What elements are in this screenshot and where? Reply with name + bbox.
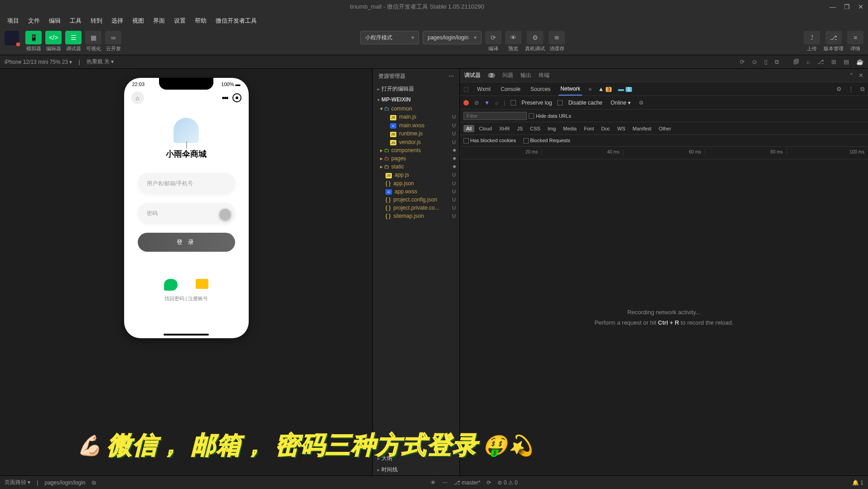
menu-edit[interactable]: 编辑 xyxy=(45,15,64,27)
folder-components[interactable]: ▸ 🗀 components xyxy=(376,146,459,154)
record-button[interactable] xyxy=(463,100,469,105)
wechat-login-icon[interactable] xyxy=(164,279,178,291)
eye-icon[interactable]: 👁 xyxy=(430,479,436,486)
menu-tools[interactable]: 工具 xyxy=(66,15,85,27)
explorer-more-icon[interactable]: ⋯ xyxy=(448,73,454,79)
file-app.js[interactable]: JSapp.jsU xyxy=(376,171,459,179)
folder-pages[interactable]: ▸ 🗀 pages xyxy=(376,154,459,163)
menu-select[interactable]: 选择 xyxy=(108,15,127,27)
file-sitemap.json[interactable]: { }sitemap.jsonU xyxy=(376,212,459,220)
ftype-other[interactable]: Other xyxy=(656,125,674,132)
subtab-console[interactable]: Console xyxy=(499,83,522,95)
file-project.config.json[interactable]: { }project.config.jsonU xyxy=(376,196,459,204)
bell-icon[interactable]: 🔔 1 xyxy=(852,479,863,486)
file-main.wxss[interactable]: ≡main.wxssU xyxy=(376,121,459,130)
blocked-cookies-checkbox[interactable] xyxy=(463,138,469,144)
subtab-wxml[interactable]: Wxml xyxy=(475,83,492,95)
subtab-sources[interactable]: Sources xyxy=(529,83,552,95)
dt-chevron-icon[interactable]: ⌃ xyxy=(849,72,854,79)
throttle-dropdown[interactable]: Online ▾ xyxy=(608,99,633,107)
debugger-button[interactable]: ☰ xyxy=(65,31,82,44)
file-app.json[interactable]: { }app.jsonU xyxy=(376,179,459,187)
sync-icon[interactable]: ⟳ xyxy=(487,479,491,486)
menu-ui[interactable]: 界面 xyxy=(149,15,169,27)
disable-cache-checkbox[interactable] xyxy=(557,100,563,105)
blocked-req-checkbox[interactable] xyxy=(523,138,529,144)
timeline-section[interactable]: 时间线 xyxy=(373,464,459,475)
page-dropdown[interactable]: pages/login/login xyxy=(423,31,482,44)
branch-icon[interactable]: ⎇ xyxy=(817,58,824,65)
dt-tab-terminal[interactable]: 终端 xyxy=(539,69,550,82)
kebab-icon[interactable]: ⋮ xyxy=(848,86,854,92)
reload-icon[interactable]: ⟳ xyxy=(740,58,745,65)
net-gear-icon[interactable]: ⚙ xyxy=(639,100,644,106)
ftype-xhr[interactable]: XHR xyxy=(497,125,512,132)
more-tabs-icon[interactable]: » xyxy=(588,86,592,92)
login-links[interactable]: 找回密码 | 注册账号 xyxy=(138,295,235,302)
preview-button[interactable]: 👁 xyxy=(505,31,521,44)
ftype-font[interactable]: Font xyxy=(581,125,597,132)
ext-icon[interactable]: ⊞ xyxy=(831,58,836,65)
ftype-ws[interactable]: WS xyxy=(615,125,628,132)
menu-settings[interactable]: 设置 xyxy=(170,15,189,27)
files-icon[interactable]: 🗐 xyxy=(793,58,799,65)
stop-icon[interactable]: ⊘ xyxy=(474,100,479,106)
dt-close-icon[interactable]: ✕ xyxy=(858,72,863,79)
more-icon[interactable]: ⋯ xyxy=(442,479,448,486)
ftype-all[interactable]: All xyxy=(463,125,474,132)
file-vendor.js[interactable]: JSvendor.jsU xyxy=(376,138,459,147)
preserve-log-checkbox[interactable] xyxy=(511,100,516,105)
record-icon[interactable]: ⊙ xyxy=(752,58,757,65)
simulator-button[interactable]: 📱 xyxy=(25,31,42,44)
open-editors-section[interactable]: 打开的编辑器 xyxy=(373,83,459,95)
hide-urls-checkbox[interactable] xyxy=(529,113,534,119)
ftype-media[interactable]: Media xyxy=(560,125,579,132)
menu-view[interactable]: 视图 xyxy=(129,15,148,27)
clearcache-button[interactable]: ≋ xyxy=(549,31,565,44)
menu-file[interactable]: 文件 xyxy=(24,15,43,27)
folder-static[interactable]: ▸ 🗀 static xyxy=(376,163,459,171)
ftype-manifest[interactable]: Manifest xyxy=(630,125,654,132)
beaker-icon[interactable]: ☕ xyxy=(856,58,863,65)
editor-button[interactable]: </> xyxy=(45,31,62,44)
device-icon[interactable]: ▯ xyxy=(764,58,767,65)
screenshot-icon[interactable]: ⧉ xyxy=(775,58,779,66)
ftype-doc[interactable]: Doc xyxy=(598,125,613,132)
login-button[interactable]: 登 录 xyxy=(138,233,235,252)
hotreload-toggle[interactable]: 热重载 关 ▾ xyxy=(87,58,114,66)
copy-icon[interactable]: ⧉ xyxy=(92,479,96,486)
ftype-img[interactable]: Img xyxy=(545,125,559,132)
outline-section[interactable]: 大纲 xyxy=(373,453,459,464)
device-selector[interactable]: iPhone 12/13 mini 75% 23 ▾ xyxy=(5,59,72,65)
dock-icon[interactable]: ⧉ xyxy=(860,86,864,93)
dt-tab-output[interactable]: 输出 xyxy=(521,69,531,82)
subtab-network[interactable]: Network xyxy=(559,83,582,96)
run-icon[interactable]: ▤ xyxy=(844,58,849,65)
menu-wxdev[interactable]: 微信开发者工具 xyxy=(212,15,260,27)
project-avatar[interactable] xyxy=(5,31,19,45)
file-app.wxss[interactable]: ≡app.wxssU xyxy=(376,187,459,196)
visualize-button[interactable]: ▦ xyxy=(85,31,101,44)
realdev-button[interactable]: ⚙ xyxy=(527,31,543,44)
version-button[interactable]: ⎇ xyxy=(825,31,842,44)
ftype-js[interactable]: JS xyxy=(514,125,526,132)
filter-input[interactable] xyxy=(463,112,527,120)
ftype-cloud[interactable]: Cloud xyxy=(476,125,495,132)
close-button[interactable]: ✕ xyxy=(858,3,863,10)
upload-button[interactable]: ⤴ xyxy=(804,31,820,44)
file-project.private.co...[interactable]: { }project.private.co...U xyxy=(376,204,459,212)
file-runtime.js[interactable]: JSruntime.jsU xyxy=(376,129,459,138)
phone-menu-icon[interactable]: ••• xyxy=(222,93,228,103)
filter-icon[interactable]: ▼ xyxy=(484,100,490,106)
mode-dropdown[interactable]: 小程序模式 xyxy=(360,31,419,44)
ftype-css[interactable]: CSS xyxy=(527,125,543,132)
folder-common[interactable]: ▾ 🗀 common xyxy=(376,105,459,113)
inspect-icon[interactable]: ⬚ xyxy=(463,86,469,92)
menu-goto[interactable]: 转到 xyxy=(87,15,106,27)
phone-home-button[interactable]: ⌂ xyxy=(131,91,144,104)
minimize-button[interactable]: — xyxy=(829,3,836,10)
gear-icon[interactable]: ⚙ xyxy=(836,86,842,92)
username-input[interactable]: 用户名/邮箱/手机号 xyxy=(138,173,235,194)
phone-target-icon[interactable] xyxy=(232,93,241,102)
dt-tab-problems[interactable]: 问题 xyxy=(502,69,513,82)
